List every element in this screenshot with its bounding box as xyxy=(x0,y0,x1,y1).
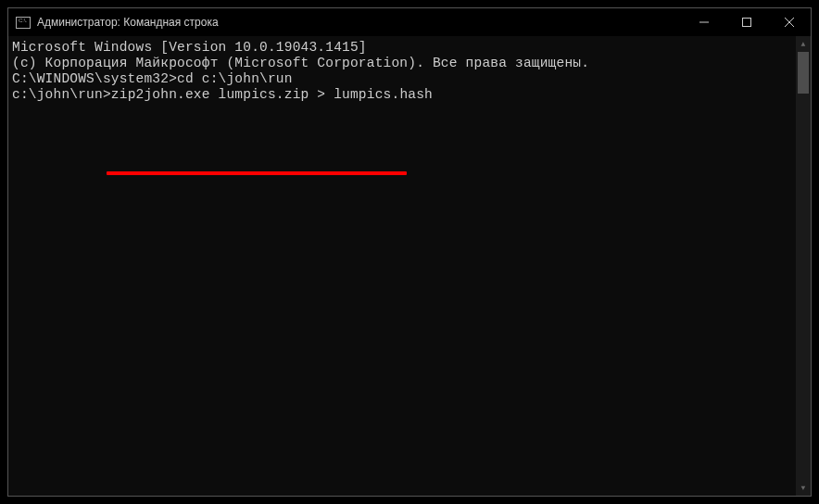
titlebar[interactable]: C:\. Администратор: Командная строка xyxy=(8,8,811,36)
close-button[interactable] xyxy=(768,8,811,36)
vertical-scrollbar[interactable]: ▲ ▼ xyxy=(796,36,811,496)
client-area: Microsoft Windows [Version 10.0.19043.14… xyxy=(8,36,811,496)
cmd-icon: C:\. xyxy=(16,17,31,29)
scroll-up-arrow[interactable]: ▲ xyxy=(796,36,811,52)
scroll-thumb[interactable] xyxy=(798,52,809,94)
minimize-button[interactable] xyxy=(683,8,725,36)
window-title: Администратор: Командная строка xyxy=(37,16,219,29)
annotation-underline xyxy=(107,171,407,175)
prompt: C:\WINDOWS\system32> xyxy=(12,71,177,86)
scroll-down-arrow[interactable]: ▼ xyxy=(796,480,811,496)
output-line: (c) Корпорация Майкрософт (Microsoft Cor… xyxy=(12,56,792,71)
output-line: C:\WINDOWS\system32>cd c:\john\run xyxy=(12,71,792,87)
output-line: Microsoft Windows [Version 10.0.19043.14… xyxy=(12,40,792,56)
prompt: c:\john\run> xyxy=(12,87,111,102)
maximize-button[interactable] xyxy=(725,8,768,36)
terminal-output[interactable]: Microsoft Windows [Version 10.0.19043.14… xyxy=(8,36,796,496)
svg-rect-1 xyxy=(743,19,751,27)
command-text: cd c:\john\run xyxy=(177,71,293,86)
command-prompt-window: C:\. Администратор: Командная строка Mic… xyxy=(7,7,812,497)
close-icon xyxy=(785,18,794,27)
output-line: c:\john\run>zip2john.exe lumpics.zip > l… xyxy=(12,87,792,103)
minimize-icon xyxy=(699,18,709,27)
scroll-track[interactable] xyxy=(796,52,811,480)
maximize-icon xyxy=(742,18,751,27)
command-text: zip2john.exe lumpics.zip > lumpics.hash xyxy=(111,87,433,102)
